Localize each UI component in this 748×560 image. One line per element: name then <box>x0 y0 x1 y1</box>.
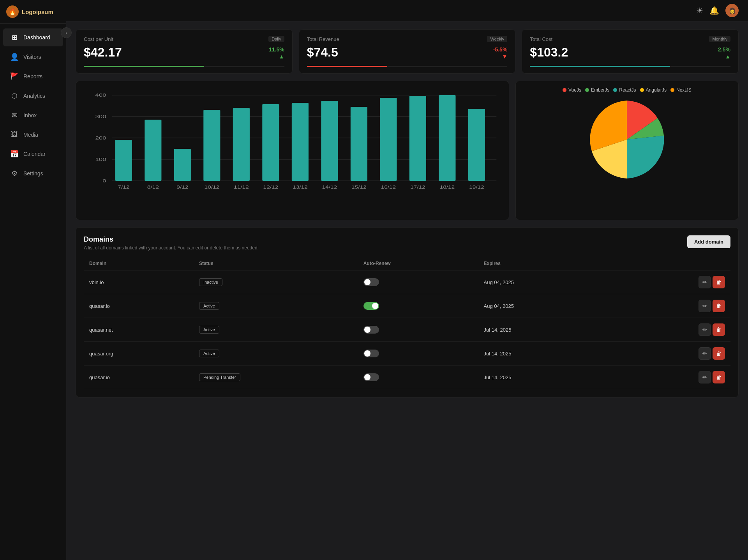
toggle-knob <box>364 350 370 357</box>
col-expires: Expires <box>478 257 608 270</box>
sidebar-item-label: Reports <box>23 73 42 79</box>
toggle-switch[interactable] <box>363 326 379 334</box>
cell-status: Active <box>194 342 358 366</box>
svg-text:11/12: 11/12 <box>234 185 249 190</box>
domains-section: Domains A list of all domains linked wit… <box>76 227 739 397</box>
delete-button[interactable]: 🗑 <box>713 300 725 312</box>
metric-value: $74.5 <box>307 45 338 60</box>
metric-bar <box>307 66 508 67</box>
svg-text:300: 300 <box>95 114 106 119</box>
legend-label-angularjs: AngularJs <box>646 87 667 93</box>
svg-rect-22 <box>468 109 485 181</box>
legend-dot-reactjs <box>613 88 617 92</box>
sidebar-item-label: Dashboard <box>23 34 50 41</box>
col-status: Status <box>194 257 358 270</box>
legend-dot-vuejs <box>563 88 566 92</box>
toggle-switch[interactable] <box>363 278 379 286</box>
metric-label: Total Revenue <box>307 36 339 42</box>
edit-button[interactable]: ✏ <box>699 300 711 312</box>
sidebar-nav: ⊞ Dashboard 👤 Visitors 🚩 Reports ⬡ Analy… <box>0 24 66 560</box>
svg-rect-14 <box>233 108 250 181</box>
edit-button[interactable]: ✏ <box>699 323 711 336</box>
svg-text:12/12: 12/12 <box>263 185 279 190</box>
edit-button[interactable]: ✏ <box>699 371 711 383</box>
status-badge: Inactive <box>199 278 222 286</box>
metric-card-cost-per-unit: Cost per Unit Daily $42.17 11.5% ▲ <box>76 29 293 74</box>
sidebar-item-inbox[interactable]: ✉ Inbox <box>3 106 63 124</box>
actions-cell: ✏ 🗑 <box>613 347 725 360</box>
content-area: Cost per Unit Daily $42.17 11.5% ▲ Total… <box>66 21 748 405</box>
toggle-switch[interactable] <box>363 373 379 381</box>
delete-button[interactable]: 🗑 <box>713 323 725 336</box>
svg-text:16/12: 16/12 <box>381 185 396 190</box>
sidebar-item-settings[interactable]: ⚙ Settings <box>3 164 63 182</box>
metric-header: Total Cost Monthly <box>530 36 730 42</box>
legend-label-emberjs: EmberJs <box>591 87 609 93</box>
topbar: ☀ 🔔 👩 <box>66 0 748 21</box>
legend-item-emberjs: EmberJs <box>585 87 609 93</box>
svg-rect-17 <box>321 101 338 181</box>
toggle-knob <box>372 303 378 309</box>
delete-button[interactable]: 🗑 <box>713 371 725 383</box>
edit-button[interactable]: ✏ <box>699 347 711 360</box>
domains-table: Domain Status Auto-Renew Expires vbin.io… <box>84 257 730 389</box>
metric-header: Total Revenue Weekly <box>307 36 508 42</box>
metric-label: Total Cost <box>530 36 552 42</box>
toggle-knob <box>364 279 370 285</box>
metric-card-total-revenue: Total Revenue Weekly $74.5 -5.5% ▼ <box>299 29 516 74</box>
sidebar-item-analytics[interactable]: ⬡ Analytics <box>3 87 63 105</box>
bell-icon[interactable]: 🔔 <box>709 6 719 15</box>
metric-value-row: $42.17 11.5% ▲ <box>84 45 284 60</box>
table-row: quasar.net Active Jul 14, 2025 ✏ 🗑 <box>84 318 730 342</box>
cell-expires: Aug 04, 2025 <box>478 294 608 318</box>
svg-text:10/12: 10/12 <box>205 185 220 190</box>
svg-text:0: 0 <box>102 178 106 183</box>
sidebar-item-dashboard[interactable]: ⊞ Dashboard <box>3 28 63 46</box>
pie-chart-svg <box>584 97 670 182</box>
svg-rect-15 <box>262 104 279 181</box>
sidebar-item-media[interactable]: 🖼 Media <box>3 126 63 143</box>
svg-rect-18 <box>351 107 367 181</box>
cell-expires: Jul 14, 2025 <box>478 318 608 342</box>
toggle-switch[interactable] <box>363 350 379 357</box>
cell-actions: ✏ 🗑 <box>608 318 730 342</box>
metric-value-row: $103.2 2.5% ▲ <box>530 45 730 60</box>
metric-header: Cost per Unit Daily <box>84 36 284 42</box>
visitors-icon: 👤 <box>10 53 19 61</box>
metric-change: 2.5% ▲ <box>718 46 730 60</box>
dashboard-icon: ⊞ <box>10 33 19 42</box>
sidebar-item-visitors[interactable]: 👤 Visitors <box>3 48 63 66</box>
cell-status: Active <box>194 318 358 342</box>
sun-icon[interactable]: ☀ <box>696 6 703 15</box>
delete-button[interactable]: 🗑 <box>713 276 725 288</box>
edit-button[interactable]: ✏ <box>699 276 711 288</box>
delete-button[interactable]: 🗑 <box>713 347 725 360</box>
svg-rect-21 <box>439 95 455 181</box>
sidebar: 🔥 Logoipsum ‹ ⊞ Dashboard 👤 Visitors 🚩 R… <box>0 0 66 560</box>
settings-icon: ⚙ <box>10 169 19 178</box>
legend-dot-emberjs <box>585 88 589 92</box>
cell-status: Active <box>194 294 358 318</box>
toggle-switch[interactable] <box>363 302 379 310</box>
toggle-knob <box>364 374 370 380</box>
cell-domain: quasar.net <box>84 318 194 342</box>
logo: 🔥 Logoipsum <box>0 0 66 24</box>
sidebar-item-calendar[interactable]: 📅 Calendar <box>3 145 63 163</box>
cell-actions: ✏ 🗑 <box>608 342 730 366</box>
avatar[interactable]: 👩 <box>725 4 739 17</box>
add-domain-button[interactable]: Add domain <box>687 235 730 248</box>
svg-text:17/12: 17/12 <box>410 185 425 190</box>
domains-subtitle: A list of all domains linked with your a… <box>84 245 259 251</box>
collapse-button[interactable]: ‹ <box>61 27 72 38</box>
status-badge: Active <box>199 326 219 334</box>
metric-card-total-cost: Total Cost Monthly $103.2 2.5% ▲ <box>522 29 739 74</box>
main-content: ☀ 🔔 👩 Cost per Unit Daily $42.17 11.5% ▲ <box>66 0 748 560</box>
metric-value: $42.17 <box>84 45 122 60</box>
cell-actions: ✏ 🗑 <box>608 270 730 294</box>
svg-text:100: 100 <box>95 157 106 162</box>
sidebar-item-reports[interactable]: 🚩 Reports <box>3 67 63 85</box>
legend-label-vuejs: VueJs <box>568 87 581 93</box>
cell-domain: quasar.io <box>84 294 194 318</box>
metrics-row: Cost per Unit Daily $42.17 11.5% ▲ Total… <box>76 29 739 74</box>
logo-text: Logoipsum <box>22 9 53 15</box>
